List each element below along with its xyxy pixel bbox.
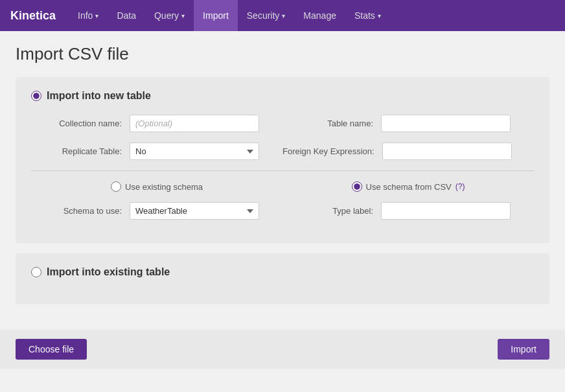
- foreign-key-group: Foreign Key Expression:: [282, 143, 534, 160]
- page-title: Import CSV file: [16, 44, 549, 64]
- replicate-table-label: Replicate Table:: [31, 146, 122, 156]
- info-dropdown-arrow: ▾: [95, 12, 98, 19]
- type-label-group: Type label:: [282, 202, 534, 220]
- form-row-1: Collection name: Table name:: [31, 115, 534, 132]
- use-existing-schema-group: Use existing schema: [31, 181, 282, 192]
- schema-to-use-select[interactable]: WeatherTable: [130, 202, 259, 220]
- type-label-input[interactable]: [381, 202, 511, 220]
- use-csv-schema-label[interactable]: Use schema from CSV: [366, 182, 452, 192]
- schema-help-link[interactable]: (?): [455, 182, 465, 191]
- choose-file-button[interactable]: Choose file: [16, 339, 87, 360]
- brand-logo[interactable]: Kinetica: [10, 9, 56, 23]
- table-name-label: Table name:: [282, 119, 373, 128]
- existing-table-title[interactable]: Import into existing table: [47, 266, 170, 278]
- schema-to-use-group: Schema to use: WeatherTable: [31, 202, 282, 220]
- schema-radio-row: Use existing schema Use schema from CSV …: [31, 181, 534, 192]
- section-divider: [31, 170, 534, 171]
- page-content: Import CSV file Import into new table Co…: [0, 31, 565, 327]
- nav-item-manage[interactable]: Manage: [294, 0, 345, 31]
- collection-name-label: Collection name:: [31, 119, 122, 128]
- type-label-label: Type label:: [282, 206, 373, 216]
- collection-name-group: Collection name:: [31, 115, 282, 132]
- existing-table-section: Import into existing table: [16, 253, 549, 304]
- nav-item-info[interactable]: Info ▾: [69, 0, 108, 31]
- security-dropdown-arrow: ▾: [282, 12, 285, 19]
- replicate-table-select[interactable]: No Yes: [130, 143, 259, 160]
- schema-to-use-label: Schema to use:: [31, 206, 122, 216]
- table-name-group: Table name:: [282, 115, 534, 132]
- navbar: Kinetica Info ▾ Data Query ▾ Import Secu…: [0, 0, 565, 31]
- existing-table-radio[interactable]: [31, 267, 41, 277]
- form-row-2: Replicate Table: No Yes Foreign Key Expr…: [31, 143, 534, 160]
- new-table-title[interactable]: Import into new table: [47, 90, 151, 102]
- new-table-header: Import into new table: [31, 90, 534, 102]
- nav-item-import[interactable]: Import: [194, 0, 238, 31]
- nav-item-stats[interactable]: Stats ▾: [345, 0, 390, 31]
- bottom-bar: Choose file Import: [0, 330, 565, 369]
- stats-dropdown-arrow: ▾: [378, 12, 381, 19]
- import-button[interactable]: Import: [498, 339, 549, 360]
- foreign-key-label: Foreign Key Expression:: [282, 146, 375, 156]
- use-existing-schema-label[interactable]: Use existing schema: [125, 182, 203, 192]
- query-dropdown-arrow: ▾: [181, 12, 185, 19]
- use-csv-schema-group: Use schema from CSV (?): [282, 181, 534, 192]
- use-csv-schema-radio[interactable]: [352, 181, 362, 192]
- nav-item-security[interactable]: Security ▾: [238, 0, 295, 31]
- existing-table-header: Import into existing table: [31, 266, 534, 278]
- collection-name-input[interactable]: [130, 115, 259, 132]
- foreign-key-input[interactable]: [382, 143, 512, 160]
- nav-item-data[interactable]: Data: [108, 0, 145, 31]
- nav-item-query[interactable]: Query ▾: [145, 0, 194, 31]
- replicate-table-group: Replicate Table: No Yes: [31, 143, 282, 160]
- use-existing-schema-radio[interactable]: [111, 181, 121, 192]
- new-table-section: Import into new table Collection name: T…: [16, 77, 549, 243]
- new-table-radio[interactable]: [31, 91, 41, 101]
- table-name-input[interactable]: [381, 115, 511, 132]
- form-row-3: Schema to use: WeatherTable Type label:: [31, 202, 534, 220]
